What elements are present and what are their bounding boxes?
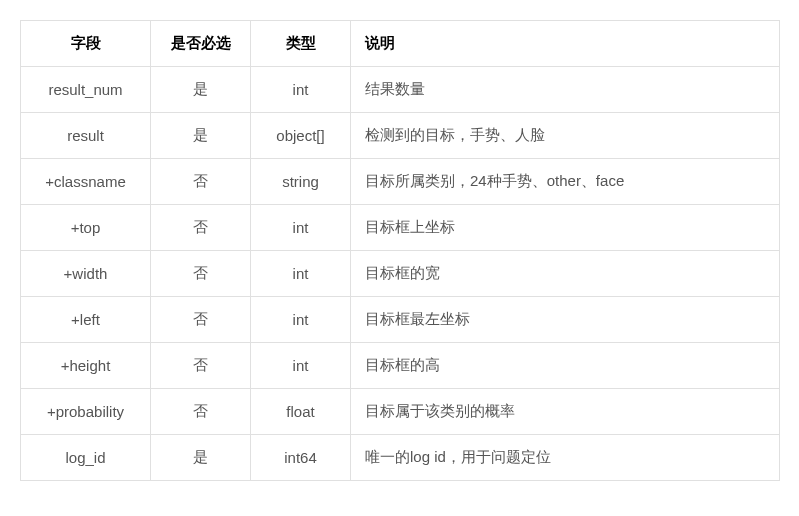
- table-row: result 是 object[] 检测到的目标，手势、人脸: [21, 113, 780, 159]
- cell-field: +probability: [21, 389, 151, 435]
- cell-required: 否: [151, 343, 251, 389]
- cell-required: 否: [151, 251, 251, 297]
- cell-type: int: [251, 343, 351, 389]
- header-desc: 说明: [351, 21, 780, 67]
- cell-desc: 目标框的高: [351, 343, 780, 389]
- cell-field: log_id: [21, 435, 151, 481]
- header-type: 类型: [251, 21, 351, 67]
- cell-desc: 目标框的宽: [351, 251, 780, 297]
- cell-field: +height: [21, 343, 151, 389]
- table-row: +width 否 int 目标框的宽: [21, 251, 780, 297]
- cell-type: int: [251, 251, 351, 297]
- api-params-table: 字段 是否必选 类型 说明 result_num 是 int 结果数量 resu…: [20, 20, 780, 481]
- cell-desc: 目标属于该类别的概率: [351, 389, 780, 435]
- cell-type: int64: [251, 435, 351, 481]
- cell-type: string: [251, 159, 351, 205]
- cell-required: 否: [151, 297, 251, 343]
- cell-field: +classname: [21, 159, 151, 205]
- cell-desc: 目标框最左坐标: [351, 297, 780, 343]
- header-required: 是否必选: [151, 21, 251, 67]
- table-row: result_num 是 int 结果数量: [21, 67, 780, 113]
- cell-field: result_num: [21, 67, 151, 113]
- table-row: +top 否 int 目标框上坐标: [21, 205, 780, 251]
- cell-required: 是: [151, 113, 251, 159]
- cell-field: +left: [21, 297, 151, 343]
- cell-required: 否: [151, 205, 251, 251]
- cell-desc: 检测到的目标，手势、人脸: [351, 113, 780, 159]
- cell-type: int: [251, 67, 351, 113]
- cell-type: object[]: [251, 113, 351, 159]
- table-row: +classname 否 string 目标所属类别，24种手势、other、f…: [21, 159, 780, 205]
- table-row: +height 否 int 目标框的高: [21, 343, 780, 389]
- cell-desc: 目标框上坐标: [351, 205, 780, 251]
- cell-field: +top: [21, 205, 151, 251]
- cell-required: 否: [151, 159, 251, 205]
- header-field: 字段: [21, 21, 151, 67]
- cell-desc: 唯一的log id，用于问题定位: [351, 435, 780, 481]
- table-header-row: 字段 是否必选 类型 说明: [21, 21, 780, 67]
- cell-field: result: [21, 113, 151, 159]
- table-row: +left 否 int 目标框最左坐标: [21, 297, 780, 343]
- cell-desc: 目标所属类别，24种手势、other、face: [351, 159, 780, 205]
- table-row: log_id 是 int64 唯一的log id，用于问题定位: [21, 435, 780, 481]
- cell-type: float: [251, 389, 351, 435]
- cell-required: 是: [151, 67, 251, 113]
- cell-type: int: [251, 205, 351, 251]
- cell-type: int: [251, 297, 351, 343]
- cell-required: 否: [151, 389, 251, 435]
- cell-desc: 结果数量: [351, 67, 780, 113]
- cell-field: +width: [21, 251, 151, 297]
- table-row: +probability 否 float 目标属于该类别的概率: [21, 389, 780, 435]
- cell-required: 是: [151, 435, 251, 481]
